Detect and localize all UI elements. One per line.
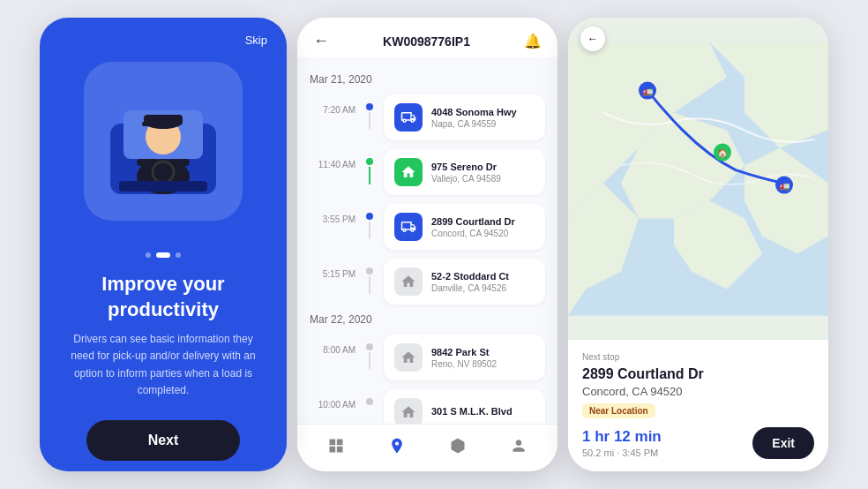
notification-bell[interactable]: 🔔 [524,33,542,49]
stop-1-icon [394,103,423,132]
onboarding-title: Improve your productivity [40,272,287,322]
back-button[interactable]: ← [313,32,329,50]
nav-route[interactable] [385,433,409,463]
stop-6-card[interactable]: 301 S M.L.K. Blvd [384,389,545,424]
destination-city: Concord, CA 94520 [582,385,814,398]
stop-6[interactable]: 10:00 AM 301 S M.L.K. Blvd [310,389,545,424]
next-button[interactable]: Next [86,420,241,461]
phone-2: ← KW0098776IP1 🔔 Mar 21, 2020 7:20 AM 40 [297,18,557,471]
skip-button[interactable]: Skip [245,34,267,47]
stop-1-card[interactable]: 4048 Sonoma Hwy Napa, CA 94559 [384,94,545,140]
bottom-nav [297,424,557,471]
phone-1: Skip [40,18,287,471]
stop-1-city: Napa, CA 94559 [431,119,517,129]
nav-package[interactable] [445,433,470,463]
stop-6-line [363,389,377,405]
near-location-badge: Near Location [582,403,655,418]
nav-grid[interactable] [324,433,348,463]
svg-text:🚛: 🚛 [779,180,790,192]
info-panel: Next stop 2899 Courtland Dr Concord, CA … [568,340,828,471]
eta-time: 1 hr 12 min [582,428,662,446]
map-back-btn[interactable]: ← [580,26,605,51]
stop-3-card[interactable]: 2899 Courtland Dr Concord, CA 94520 [384,204,545,250]
stop-5-address: 9842 Park St [431,346,497,359]
stop-5-time: 8:00 AM [310,335,355,355]
stop-5-icon [394,343,423,372]
date-2: Mar 22, 2020 [310,313,545,326]
stop-2-icon [394,158,423,186]
stop-4-card[interactable]: 52-2 Stoddard Ct Danville, CA 94526 [384,259,545,305]
destination-address: 2899 Courtland Dr [582,365,814,384]
stop-4[interactable]: 5:15 PM 52-2 Stoddard Ct Danville, CA 94… [310,259,545,305]
phone-3: ← 🚛 [568,18,828,471]
stop-4-city: Danville, CA 94526 [431,283,509,293]
phone-2-header: ← KW0098776IP1 🔔 [297,18,557,57]
map-view: ← 🚛 [568,18,828,340]
stop-2-city: Vallejo, CA 94589 [431,174,501,184]
stop-5[interactable]: 8:00 AM 9842 Park St Reno, NV 89502 [310,335,545,380]
stop-1-time: 7:20 AM [310,94,355,115]
stop-6-icon [394,398,423,424]
stop-5-city: Reno, NV 89502 [431,359,497,369]
stop-1-address: 4048 Sonoma Hwy [431,106,517,119]
stop-3[interactable]: 3:55 PM 2899 Courtland Dr Concord, CA 94… [310,204,545,250]
stop-3-icon [394,213,423,241]
date-1: Mar 21, 2020 [310,73,545,86]
progress-dots [146,252,181,258]
stop-3-line [363,204,377,239]
stop-4-time: 5:15 PM [310,259,355,279]
stop-4-address: 52-2 Stoddard Ct [431,270,509,283]
stop-6-time: 10:00 AM [310,389,355,410]
stop-1-line [363,94,377,130]
dot-1 [146,252,151,258]
nav-profile[interactable] [506,433,531,463]
svg-rect-10 [119,181,207,192]
stop-2-card[interactable]: 975 Sereno Dr Vallejo, CA 94589 [384,149,545,195]
stop-4-icon [394,267,423,296]
stop-2-time: 11:40 AM [310,149,355,169]
phones-container: Skip [0,0,868,489]
stop-3-city: Concord, CA 94520 [431,229,515,238]
shipment-id: KW0098776IP1 [383,34,470,49]
stop-5-card[interactable]: 9842 Park St Reno, NV 89502 [384,335,545,380]
stops-list: Mar 21, 2020 7:20 AM 4048 Sonoma Hwy Nap… [297,57,557,424]
stop-2[interactable]: 11:40 AM 975 Sereno Dr Vallejo, CA 94589 [310,149,545,195]
onboarding-description: Drivers can see basic information they n… [40,331,287,399]
map-back-arrow[interactable]: ← [580,26,605,51]
svg-rect-6 [142,122,158,126]
stop-2-address: 975 Sereno Dr [431,161,501,174]
stop-1[interactable]: 7:20 AM 4048 Sonoma Hwy Napa, CA 94559 [310,94,545,140]
stop-4-line [363,259,377,294]
dot-3 [176,252,181,258]
stop-5-line [363,335,377,370]
stop-3-address: 2899 Courtland Dr [431,215,515,229]
stop-2-line [363,149,377,184]
exit-button[interactable]: Exit [752,427,814,459]
svg-text:🚛: 🚛 [642,86,654,97]
svg-text:🏠: 🏠 [717,147,729,159]
stop-3-time: 3:55 PM [310,204,355,224]
illustration [75,53,251,238]
dot-2-active [156,252,170,258]
next-stop-label: Next stop [582,352,814,362]
eta-details: 50.2 mi · 3:45 PM [582,448,662,458]
eta-row: 1 hr 12 min 50.2 mi · 3:45 PM Exit [582,427,814,459]
stop-6-address: 301 S M.L.K. Blvd [431,405,513,418]
